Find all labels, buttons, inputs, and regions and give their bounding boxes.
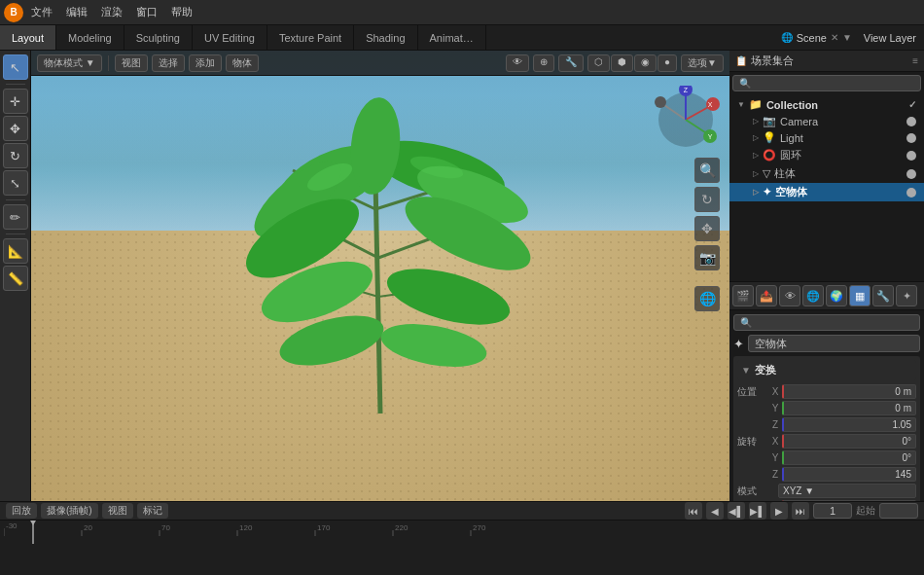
play-next-frame[interactable]: ▶▌ (749, 502, 766, 520)
circle-check[interactable] (906, 151, 916, 161)
menu-edit[interactable]: 编辑 (60, 3, 93, 21)
menu-render[interactable]: 渲染 (95, 3, 128, 21)
menu-object[interactable]: 物体 (226, 54, 259, 72)
viewport-gizmo[interactable]: X Z Y (652, 86, 720, 154)
prop-tab-scene[interactable]: 🌐 (802, 285, 824, 306)
play-skip-start[interactable]: ⏮ (685, 502, 702, 520)
tab-uv-editing[interactable]: UV Editing (193, 25, 267, 50)
timeline-menu-view[interactable]: 视图 (102, 503, 133, 519)
scene-item-circle[interactable]: ▷ ⭕ 圆环 (729, 146, 924, 164)
svg-text:120: 120 (239, 523, 253, 532)
tool-scale[interactable]: ⤡ (3, 170, 28, 196)
viewport-3d[interactable]: 物体模式 ▼ 视图 选择 添加 物体 👁 ⊕ 🔧 ⬡ ⬢ ◉ ● 选项▼ (31, 51, 729, 501)
play-skip-end[interactable]: ⏭ (792, 502, 809, 520)
tab-sculpting[interactable]: Sculpting (124, 25, 193, 50)
workspace-tabs: Layout Modeling Sculpting UV Editing Tex… (0, 25, 924, 51)
object-name-field[interactable] (748, 335, 920, 352)
scene-item-light[interactable]: ▷ 💡 Light (729, 129, 924, 146)
scene-item-empty[interactable]: ▷ ✦ 空物体 (729, 183, 924, 201)
prop-tab-view[interactable]: 👁 (779, 285, 800, 306)
position-z-field[interactable] (782, 417, 916, 432)
tool-ruler[interactable]: 📏 (3, 266, 28, 291)
start-frame-field[interactable] (879, 503, 918, 519)
menu-help[interactable]: 帮助 (165, 3, 198, 21)
camera-label: Camera (780, 116, 818, 127)
nav-zoom-icon[interactable]: 🔍 (694, 158, 720, 183)
prop-tab-world[interactable]: 🌍 (826, 285, 847, 306)
play-next-keyframe[interactable]: ▶ (770, 502, 788, 520)
prop-tab-modifier[interactable]: 🔧 (872, 285, 894, 306)
timeline-menu-keying[interactable]: 摄像(插帧) (41, 503, 98, 519)
timeline-header: 回放 摄像(插帧) 视图 标记 ⏮ ◀ ◀▌ ▶▌ ▶ ⏭ 起始 (0, 502, 924, 521)
scene-collection-header[interactable]: ▼ 📁 Collection ✓ (729, 96, 924, 113)
prop-tab-output[interactable]: 📤 (756, 285, 777, 306)
timeline-menu-marker[interactable]: 标记 (137, 503, 168, 519)
tool-annotate[interactable]: ✏ (3, 204, 28, 230)
tab-layout[interactable]: Layout (0, 25, 56, 50)
rotation-z-row: Z (737, 467, 916, 482)
rotation-z-field[interactable] (782, 467, 916, 482)
viewport-mode-selector[interactable]: 物体模式 ▼ (37, 54, 102, 72)
position-y-field[interactable] (782, 401, 916, 415)
nav-camera-icon[interactable]: 📷 (694, 245, 720, 270)
prop-tab-render[interactable]: 🎬 (732, 285, 754, 306)
timeline-ruler[interactable]: -30 20 70 120 170 220 270 (4, 521, 920, 575)
position-label: 位置 (737, 385, 768, 399)
viewport-snap-toggle[interactable]: 🔧 (558, 54, 584, 72)
play-prev-keyframe[interactable]: ◀ (706, 502, 724, 520)
menu-file[interactable]: 文件 (25, 3, 58, 21)
outliner-search-input[interactable] (751, 78, 914, 89)
outliner-options[interactable]: ≡ (912, 55, 918, 66)
collection-check[interactable]: ✓ (908, 99, 916, 110)
svg-text:Y: Y (708, 133, 713, 140)
camera-arrow: ▷ (753, 117, 759, 126)
play-prev-frame[interactable]: ◀▌ (728, 502, 745, 520)
transform-header[interactable]: ▼ 变换 (737, 360, 916, 380)
scene-item-cylinder[interactable]: ▷ ▽ 柱体 (729, 164, 924, 183)
rotation-y-field[interactable] (782, 450, 916, 465)
rotation-x-field[interactable] (782, 434, 916, 449)
nav-world-icon[interactable]: 🌐 (694, 286, 720, 311)
shading-material[interactable]: ◉ (634, 54, 657, 72)
tab-texture-paint[interactable]: Texture Paint (267, 25, 354, 50)
shading-wireframe[interactable]: ⬡ (587, 54, 610, 72)
shading-rendered[interactable]: ● (657, 54, 677, 72)
svg-point-17 (381, 258, 515, 336)
tool-select[interactable]: ↖ (3, 54, 28, 80)
tool-move[interactable]: ✥ (3, 116, 28, 141)
light-check[interactable] (906, 133, 916, 143)
viewport-options[interactable]: 选项▼ (681, 54, 724, 72)
menu-add[interactable]: 添加 (189, 54, 222, 72)
empty-check[interactable] (906, 188, 916, 198)
tab-shading[interactable]: Shading (354, 25, 417, 50)
tool-rotate[interactable]: ↻ (3, 143, 28, 168)
camera-check[interactable] (906, 117, 916, 126)
tool-measure[interactable]: 📐 (3, 238, 28, 264)
menu-select[interactable]: 选择 (152, 54, 185, 72)
position-x-field[interactable] (782, 384, 916, 399)
nav-rotate-icon[interactable]: ↻ (694, 187, 720, 212)
menu-window[interactable]: 窗口 (130, 3, 163, 21)
timeline-menu-playback[interactable]: 回放 (6, 503, 37, 519)
mode-selector[interactable]: XYZ ▼ (778, 484, 916, 498)
scale-x-field[interactable] (782, 500, 916, 501)
tab-animation[interactable]: Animat… (418, 25, 486, 50)
tab-modeling[interactable]: Modeling (56, 25, 124, 50)
viewport-overlay-toggle[interactable]: 👁 (506, 54, 529, 72)
prop-search-input[interactable] (752, 317, 913, 328)
shading-solid[interactable]: ⬢ (611, 54, 633, 72)
svg-text:170: 170 (317, 523, 331, 532)
collection-label: Collection (766, 99, 818, 111)
cylinder-check[interactable] (906, 169, 916, 179)
position-z-row: Z (737, 417, 916, 432)
prop-tab-particles[interactable]: ✦ (896, 285, 917, 306)
viewport-gizmo-toggle[interactable]: ⊕ (533, 54, 554, 72)
scene-item-camera[interactable]: ▷ 📷 Camera (729, 113, 924, 129)
current-frame-field[interactable] (813, 503, 852, 519)
tool-cursor[interactable]: ✛ (3, 89, 28, 114)
nav-pan-icon[interactable]: ✥ (694, 216, 720, 241)
menu-view[interactable]: 视图 (115, 54, 148, 72)
blender-logo[interactable]: B (4, 3, 23, 22)
svg-point-28 (655, 96, 666, 108)
prop-tab-object[interactable]: ▦ (849, 285, 871, 306)
